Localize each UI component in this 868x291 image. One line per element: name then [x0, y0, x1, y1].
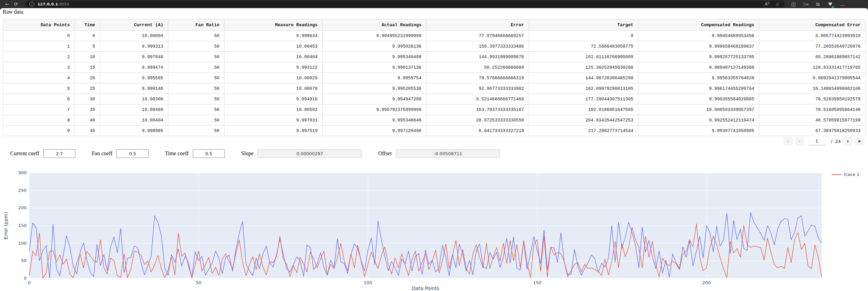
- table-cell[interactable]: 9.990355584029885: [638, 94, 759, 104]
- table-cell[interactable]: 6.805774423993919: [759, 31, 866, 41]
- table-cell[interactable]: 30: [75, 94, 100, 104]
- error-chart[interactable]: 050100150200250300050100150200Error (ppm…: [0, 163, 868, 291]
- table-cell[interactable]: 72.5666483058775: [529, 41, 638, 52]
- table-cell[interactable]: 9.9955754: [323, 73, 427, 83]
- last-page-button[interactable]: »: [855, 137, 864, 146]
- table-cell[interactable]: 9.999474: [100, 62, 168, 73]
- table-cell[interactable]: 15: [75, 62, 100, 73]
- table-cell[interactable]: 50: [168, 52, 224, 62]
- table-cell[interactable]: 9.994916: [224, 94, 323, 104]
- table-cell[interactable]: 9.998985: [100, 126, 168, 136]
- table-cell[interactable]: 50: [168, 126, 224, 136]
- table-cell[interactable]: 46.57059815877199: [759, 115, 866, 126]
- table-cell[interactable]: 0.9692941379905544: [759, 73, 866, 83]
- table-cell[interactable]: 192.0186951647565: [529, 104, 638, 115]
- table-cell[interactable]: 9.995026136: [323, 41, 427, 52]
- table-cell[interactable]: 10: [75, 52, 100, 62]
- table-cell[interactable]: 9.99307741050905: [638, 126, 759, 136]
- table-cell[interactable]: 3: [3, 62, 75, 73]
- table-cell[interactable]: 9.995792375999999: [323, 104, 427, 115]
- table-cell[interactable]: 50: [168, 115, 224, 126]
- table-cell[interactable]: 9.999634: [224, 31, 323, 41]
- table-cell[interactable]: 10.00453: [224, 41, 323, 52]
- table-cell[interactable]: 9.997519: [224, 126, 323, 136]
- time-coeff-input[interactable]: [193, 149, 225, 158]
- read-aloud-icon[interactable]: A)): [765, 2, 770, 6]
- legend-item-trace1[interactable]: trace 1: [832, 172, 859, 177]
- table-cell[interactable]: 10.000503339057397: [638, 104, 759, 115]
- table-cell[interactable]: 9: [3, 126, 75, 136]
- table-cell[interactable]: 2: [3, 52, 75, 62]
- table-cell[interactable]: 10.00502: [224, 104, 323, 115]
- next-page-button[interactable]: ›: [843, 137, 852, 146]
- browser-essentials-icon[interactable]: ♥✓: [826, 0, 835, 8]
- error-chart-svg[interactable]: 050100150200250300050100150200Error (ppm…: [0, 163, 868, 291]
- first-page-button[interactable]: «: [784, 137, 793, 146]
- table-cell[interactable]: 76.52839950192578: [759, 94, 866, 104]
- table-cell[interactable]: 217.2882773714544: [529, 126, 638, 136]
- table-cell[interactable]: 9.995565: [100, 73, 168, 83]
- table-cell[interactable]: 9.994955231999999: [323, 31, 427, 41]
- table-cell[interactable]: 0: [3, 31, 75, 41]
- settings-menu-icon[interactable]: …: [838, 0, 847, 8]
- table-cell[interactable]: 16.148654996062106: [759, 83, 866, 94]
- table-cell[interactable]: 50: [168, 83, 224, 94]
- address-bar[interactable]: i 127.0.0.1:8050 A)) ☆: [25, 1, 785, 7]
- table-cell[interactable]: 50: [168, 62, 224, 73]
- table-cell[interactable]: 9.997120496: [323, 126, 427, 136]
- table-cell[interactable]: 9.999658468189837: [638, 41, 759, 52]
- table-cell[interactable]: 9.997848: [100, 52, 168, 62]
- refresh-icon[interactable]: ⟳: [12, 0, 20, 8]
- table-cell[interactable]: 204.83435442547253: [529, 115, 638, 126]
- table-cell[interactable]: 25: [75, 83, 100, 94]
- table-cell[interactable]: 50: [168, 73, 224, 83]
- table-cell[interactable]: 78.51605095664146: [759, 104, 866, 115]
- site-info-icon[interactable]: i: [29, 2, 34, 6]
- table-cell[interactable]: 6: [3, 94, 75, 104]
- back-icon[interactable]: ←: [3, 0, 12, 8]
- table-cell[interactable]: 45: [75, 126, 100, 136]
- table-cell[interactable]: 10.00306: [100, 94, 168, 104]
- table-cell[interactable]: 5: [75, 41, 100, 52]
- table-cell[interactable]: 102.61116766995009: [529, 52, 638, 62]
- table-cell[interactable]: 9.994947288: [323, 94, 427, 104]
- table-cell[interactable]: 10.00404: [224, 52, 323, 62]
- table-cell[interactable]: 128.83331417719765: [759, 62, 866, 73]
- table-cell[interactable]: 162.09979296013105: [529, 83, 638, 94]
- table-cell[interactable]: 9.996174455299764: [638, 83, 759, 94]
- table-cell[interactable]: 7: [3, 104, 75, 115]
- table-cell[interactable]: 153.79373333335167: [427, 104, 529, 115]
- table-cell[interactable]: 9.996137136: [323, 62, 427, 73]
- table-cell[interactable]: 9.995340408: [323, 52, 427, 62]
- add-favorite-icon[interactable]: ☆: [775, 1, 779, 7]
- table-cell[interactable]: 50: [168, 41, 224, 52]
- split-screen-icon[interactable]: ◫: [789, 0, 798, 8]
- table-cell[interactable]: 9.999146: [100, 83, 168, 94]
- table-cell[interactable]: 10.00469: [100, 104, 168, 115]
- table-cell[interactable]: 9.999257725133795: [638, 52, 759, 62]
- table-cell[interactable]: 10.00078: [224, 83, 323, 94]
- table-cell[interactable]: 10.00404: [100, 115, 168, 126]
- table-cell[interactable]: 50.252266666669: [427, 62, 529, 73]
- table-cell[interactable]: 177.29044307511305: [529, 94, 638, 104]
- table-cell[interactable]: 9.993122: [224, 62, 323, 73]
- table-cell[interactable]: 9.992552412110474: [638, 115, 759, 126]
- table-cell[interactable]: 0: [529, 31, 638, 41]
- table-cell[interactable]: 77.97946666669257: [427, 31, 529, 41]
- table-cell[interactable]: 125.30252945630266: [529, 62, 638, 73]
- table-cell[interactable]: 158.3977333333486: [427, 41, 529, 52]
- table-cell[interactable]: 9.999313: [100, 41, 168, 52]
- page-number-input[interactable]: [808, 138, 825, 145]
- table-cell[interactable]: 65.28861889657142: [759, 52, 866, 62]
- table-cell[interactable]: 10.00029: [224, 73, 323, 83]
- table-cell[interactable]: 35: [75, 104, 100, 115]
- table-cell[interactable]: 92.90773333333982: [427, 83, 529, 94]
- table-cell[interactable]: 9.995346648: [323, 115, 427, 126]
- table-cell[interactable]: 144.96728306485298: [529, 73, 638, 83]
- table-cell[interactable]: 50: [168, 104, 224, 115]
- table-cell[interactable]: 0.5214666666771468: [427, 94, 529, 104]
- table-cell[interactable]: 67.38475818250933: [759, 126, 866, 136]
- prev-page-button[interactable]: ‹: [795, 137, 804, 146]
- table-cell[interactable]: 1: [3, 41, 75, 52]
- table-cell[interactable]: 50: [168, 94, 224, 104]
